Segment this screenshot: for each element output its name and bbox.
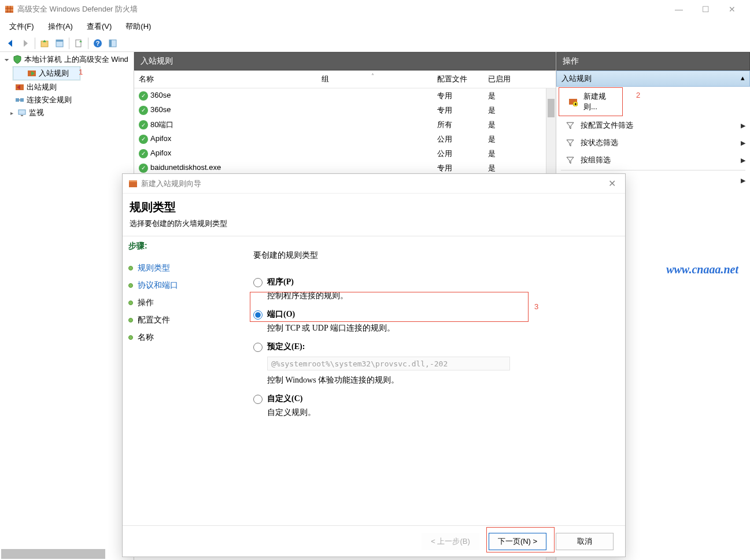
wizard-content: 要创建的规则类型 程序(P) 控制程序连接的规则。 3 端口(O) 控制 TCP… [242, 236, 625, 525]
predefined-select [267, 357, 510, 370]
col-group[interactable]: 组 [317, 71, 433, 88]
action-filter-state[interactable]: 按状态筛选 ▶ [556, 134, 750, 151]
next-button[interactable]: 下一页(N) > [489, 533, 546, 550]
expand-icon[interactable]: ▸ [8, 110, 15, 116]
rule-row[interactable]: ✓360se专用是 [134, 88, 556, 103]
option-desc: 控制 TCP 或 UDP 端口连接的规则。 [267, 323, 614, 333]
svg-rect-2 [5, 9, 13, 11]
svg-rect-16 [20, 98, 24, 102]
rule-row[interactable]: ✓360se专用是 [134, 103, 556, 117]
wizard-footer: < 上一步(B) 下一页(N) > 取消 [123, 525, 625, 557]
menu-help[interactable]: 帮助(H) [119, 19, 158, 34]
menu-file[interactable]: 文件(F) [2, 19, 41, 34]
option-desc: 控制程序连接的规则。 [267, 291, 614, 301]
wizard-dialog: 新建入站规则向导 ✕ 规则类型 选择要创建的防火墙规则类型 步骤: 规则类型 协… [122, 173, 626, 557]
radio-predefined[interactable] [253, 343, 263, 352]
svg-rect-1 [5, 6, 13, 8]
wizard-prompt: 要创建的规则类型 [253, 250, 614, 261]
panel-button[interactable] [106, 36, 120, 50]
h-scrollbar[interactable] [1, 549, 105, 559]
svg-rect-7 [56, 40, 63, 42]
steps-label: 步骤: [128, 241, 236, 251]
wizard-close-button[interactable]: ✕ [605, 178, 619, 189]
wizard-titlebar: 新建入站规则向导 ✕ [123, 174, 625, 194]
radio-port[interactable] [253, 310, 263, 320]
radio-program[interactable] [253, 278, 263, 287]
svg-rect-24 [129, 180, 137, 182]
firewall-shield-icon [13, 55, 22, 64]
wizard-header: 规则类型 选择要创建的防火墙规则类型 [123, 194, 625, 236]
cancel-button[interactable]: 取消 [556, 533, 614, 550]
chevron-right-icon: ▶ [741, 122, 745, 129]
option-port[interactable]: 端口(O) [253, 309, 614, 320]
minimize-button[interactable]: — [666, 0, 692, 18]
menu-view[interactable]: 查看(V) [80, 19, 119, 34]
chevron-right-icon: ▶ [741, 177, 745, 184]
tree-root[interactable]: ⏷ 本地计算机 上的高级安全 Wind [1, 53, 132, 66]
properties-button[interactable] [53, 36, 66, 50]
forward-button[interactable] [19, 36, 32, 50]
toolbar-separator [35, 38, 35, 49]
outbound-icon [15, 83, 24, 92]
menubar: 文件(F) 操作(A) 查看(V) 帮助(H) [0, 18, 750, 35]
option-custom[interactable]: 自定义(C) [253, 394, 614, 404]
action-filter-profile[interactable]: 按配置文件筛选 ▶ [556, 117, 750, 134]
action-new-rule[interactable]: ✦ 新建规则... [559, 87, 623, 116]
option-program[interactable]: 程序(P) [253, 277, 614, 287]
actions-group-label: 入站规则 [561, 73, 592, 84]
enabled-check-icon: ✓ [139, 91, 148, 101]
tree-item-label: 监视 [29, 107, 44, 118]
step-protocol-port[interactable]: 协议和端口 [128, 277, 236, 294]
svg-rect-18 [19, 110, 25, 114]
action-filter-group[interactable]: 按组筛选 ▶ [556, 151, 750, 169]
up-button[interactable] [38, 36, 51, 50]
wizard-title: 新建入站规则向导 [141, 179, 605, 189]
tree-inbound-rules[interactable]: 入站规则 [13, 66, 80, 80]
step-label: 名称 [138, 332, 154, 343]
step-action: 操作 [128, 294, 236, 311]
enabled-check-icon: ✓ [139, 106, 148, 115]
col-name[interactable]: 名称 [134, 71, 317, 88]
step-label: 配置文件 [138, 315, 170, 325]
export-button[interactable] [72, 36, 86, 50]
step-label: 协议和端口 [138, 280, 178, 291]
wizard-subheading: 选择要创建的防火墙规则类型 [130, 218, 618, 229]
col-profile[interactable]: 配置文件 [433, 71, 483, 88]
action-label: 按组筛选 [581, 155, 611, 165]
option-desc: 自定义规则。 [267, 407, 614, 418]
svg-text:✦: ✦ [574, 102, 578, 106]
annotation-2: 2 [636, 91, 640, 99]
rule-row[interactable]: ✓Apifox公用是 [134, 146, 556, 161]
collapse-icon[interactable]: ▴ [741, 73, 745, 84]
menu-action[interactable]: 操作(A) [41, 19, 80, 34]
collapse-icon[interactable]: ⏷ [3, 57, 10, 63]
chevron-right-icon: ▶ [741, 139, 745, 147]
monitor-icon [17, 108, 27, 117]
back-button[interactable] [3, 36, 17, 50]
radio-custom[interactable] [253, 395, 263, 404]
actions-header: 操作 [556, 52, 750, 71]
maximize-button[interactable]: ☐ [692, 0, 719, 18]
toolbar: ? [0, 35, 750, 52]
action-label: 新建规则... [583, 91, 618, 112]
rule-row[interactable]: ✓Apifox公用是 [134, 132, 556, 146]
option-label: 端口(O) [267, 309, 295, 320]
center-header: 入站规则 [134, 52, 556, 71]
option-predefined[interactable]: 预定义(E): [253, 342, 614, 352]
option-label: 自定义(C) [267, 394, 302, 404]
enabled-check-icon: ✓ [139, 135, 148, 144]
enabled-check-icon: ✓ [139, 164, 148, 173]
svg-rect-12 [109, 40, 112, 47]
firewall-icon [128, 179, 138, 188]
tree-monitor[interactable]: ▸ 监视 [1, 106, 132, 119]
col-enabled[interactable]: 已启用 [483, 71, 520, 88]
rule-row[interactable]: ✓80端口所有是 [134, 117, 556, 132]
tree-item-label: 连接安全规则 [27, 95, 72, 105]
tree-outbound-rules[interactable]: 出站规则 [1, 81, 132, 94]
tree-item-label: 入站规则 [39, 68, 69, 79]
step-rule-type[interactable]: 规则类型 [128, 259, 236, 277]
help-button[interactable]: ? [91, 36, 105, 50]
close-button[interactable]: ✕ [719, 0, 745, 18]
svg-rect-15 [16, 98, 19, 102]
tree-connection-security[interactable]: 连接安全规则 [1, 94, 132, 106]
